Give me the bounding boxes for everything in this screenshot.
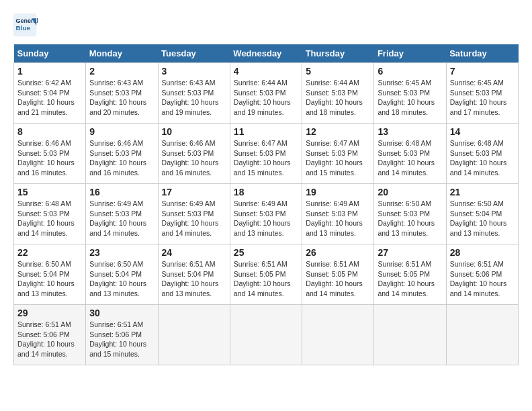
calendar-cell: 20Sunrise: 6:50 AMSunset: 5:03 PMDayligh…	[374, 184, 446, 244]
day-number: 24	[162, 247, 226, 258]
day-info: Sunrise: 6:51 AMSunset: 5:06 PMDaylight:…	[450, 259, 515, 299]
day-info: Sunrise: 6:45 AMSunset: 5:03 PMDaylight:…	[450, 78, 515, 118]
calendar-cell: 1Sunrise: 6:42 AMSunset: 5:04 PMDaylight…	[14, 63, 86, 124]
day-info: Sunrise: 6:47 AMSunset: 5:03 PMDaylight:…	[306, 138, 370, 178]
day-number: 17	[162, 187, 226, 197]
week-row-3: 15Sunrise: 6:48 AMSunset: 5:03 PMDayligh…	[14, 184, 519, 244]
calendar-cell: 26Sunrise: 6:51 AMSunset: 5:05 PMDayligh…	[302, 244, 374, 305]
day-number: 2	[89, 66, 154, 77]
day-number: 28	[450, 247, 515, 258]
col-header-sunday: Sunday	[14, 44, 86, 63]
calendar-cell	[302, 305, 374, 365]
day-number: 25	[234, 247, 298, 258]
day-number: 3	[162, 66, 226, 77]
day-info: Sunrise: 6:46 AMSunset: 5:03 PMDaylight:…	[162, 138, 226, 178]
day-number: 16	[89, 187, 154, 197]
svg-text:Blue: Blue	[16, 24, 31, 32]
day-number: 13	[378, 126, 442, 137]
day-info: Sunrise: 6:47 AMSunset: 5:03 PMDaylight:…	[234, 138, 298, 178]
calendar-cell: 23Sunrise: 6:50 AMSunset: 5:04 PMDayligh…	[86, 244, 158, 305]
week-row-4: 22Sunrise: 6:50 AMSunset: 5:04 PMDayligh…	[14, 244, 519, 305]
calendar-cell: 27Sunrise: 6:51 AMSunset: 5:05 PMDayligh…	[374, 244, 446, 305]
day-info: Sunrise: 6:50 AMSunset: 5:04 PMDaylight:…	[89, 259, 154, 299]
day-info: Sunrise: 6:49 AMSunset: 5:03 PMDaylight:…	[162, 199, 226, 238]
day-info: Sunrise: 6:51 AMSunset: 5:06 PMDaylight:…	[89, 320, 154, 359]
day-number: 27	[378, 247, 442, 258]
week-row-2: 8Sunrise: 6:46 AMSunset: 5:03 PMDaylight…	[14, 124, 519, 184]
day-number: 19	[306, 187, 370, 197]
col-header-tuesday: Tuesday	[158, 44, 230, 63]
day-info: Sunrise: 6:43 AMSunset: 5:03 PMDaylight:…	[89, 78, 154, 118]
day-info: Sunrise: 6:42 AMSunset: 5:04 PMDaylight:…	[17, 78, 82, 118]
calendar-cell: 5Sunrise: 6:44 AMSunset: 5:03 PMDaylight…	[302, 63, 374, 124]
header: General Blue	[13, 13, 519, 38]
day-number: 5	[306, 66, 370, 77]
day-info: Sunrise: 6:48 AMSunset: 5:03 PMDaylight:…	[17, 199, 82, 238]
col-header-wednesday: Wednesday	[230, 44, 302, 63]
day-info: Sunrise: 6:51 AMSunset: 5:05 PMDaylight:…	[306, 259, 370, 299]
calendar-cell: 14Sunrise: 6:48 AMSunset: 5:03 PMDayligh…	[446, 124, 518, 184]
week-row-5: 29Sunrise: 6:51 AMSunset: 5:06 PMDayligh…	[14, 305, 519, 365]
day-info: Sunrise: 6:45 AMSunset: 5:03 PMDaylight:…	[378, 78, 442, 118]
day-number: 6	[378, 66, 442, 77]
calendar-cell: 7Sunrise: 6:45 AMSunset: 5:03 PMDaylight…	[446, 63, 518, 124]
calendar-cell: 22Sunrise: 6:50 AMSunset: 5:04 PMDayligh…	[14, 244, 86, 305]
day-info: Sunrise: 6:50 AMSunset: 5:03 PMDaylight:…	[378, 199, 442, 238]
calendar-cell	[230, 305, 302, 365]
day-number: 15	[17, 187, 82, 197]
calendar-cell: 21Sunrise: 6:50 AMSunset: 5:04 PMDayligh…	[446, 184, 518, 244]
day-number: 29	[17, 308, 82, 318]
calendar-cell: 25Sunrise: 6:51 AMSunset: 5:05 PMDayligh…	[230, 244, 302, 305]
day-number: 11	[234, 126, 298, 137]
day-number: 26	[306, 247, 370, 258]
calendar-cell: 28Sunrise: 6:51 AMSunset: 5:06 PMDayligh…	[446, 244, 518, 305]
calendar-cell: 24Sunrise: 6:51 AMSunset: 5:04 PMDayligh…	[158, 244, 230, 305]
col-header-thursday: Thursday	[302, 44, 374, 63]
day-number: 7	[450, 66, 515, 77]
calendar-cell: 15Sunrise: 6:48 AMSunset: 5:03 PMDayligh…	[14, 184, 86, 244]
day-info: Sunrise: 6:46 AMSunset: 5:03 PMDaylight:…	[17, 138, 82, 178]
day-info: Sunrise: 6:44 AMSunset: 5:03 PMDaylight:…	[306, 78, 370, 118]
calendar-cell	[374, 305, 446, 365]
calendar-cell: 13Sunrise: 6:48 AMSunset: 5:03 PMDayligh…	[374, 124, 446, 184]
week-row-1: 1Sunrise: 6:42 AMSunset: 5:04 PMDaylight…	[14, 63, 519, 124]
day-info: Sunrise: 6:51 AMSunset: 5:05 PMDaylight:…	[234, 259, 298, 299]
day-number: 18	[234, 187, 298, 197]
col-header-saturday: Saturday	[446, 44, 518, 63]
calendar-cell: 4Sunrise: 6:44 AMSunset: 5:03 PMDaylight…	[230, 63, 302, 124]
day-number: 23	[89, 247, 154, 258]
calendar-cell: 10Sunrise: 6:46 AMSunset: 5:03 PMDayligh…	[158, 124, 230, 184]
day-info: Sunrise: 6:51 AMSunset: 5:05 PMDaylight:…	[378, 259, 442, 299]
calendar-cell: 12Sunrise: 6:47 AMSunset: 5:03 PMDayligh…	[302, 124, 374, 184]
day-info: Sunrise: 6:50 AMSunset: 5:04 PMDaylight:…	[17, 259, 82, 299]
day-number: 10	[162, 126, 226, 137]
day-info: Sunrise: 6:51 AMSunset: 5:06 PMDaylight:…	[17, 320, 82, 359]
day-number: 1	[17, 66, 82, 77]
day-number: 9	[89, 126, 154, 137]
calendar-cell	[446, 305, 518, 365]
day-info: Sunrise: 6:46 AMSunset: 5:03 PMDaylight:…	[89, 138, 154, 178]
day-info: Sunrise: 6:50 AMSunset: 5:04 PMDaylight:…	[450, 199, 515, 238]
calendar-cell: 18Sunrise: 6:49 AMSunset: 5:03 PMDayligh…	[230, 184, 302, 244]
day-number: 14	[450, 126, 515, 137]
calendar-cell: 9Sunrise: 6:46 AMSunset: 5:03 PMDaylight…	[86, 124, 158, 184]
calendar-cell: 17Sunrise: 6:49 AMSunset: 5:03 PMDayligh…	[158, 184, 230, 244]
calendar-cell: 11Sunrise: 6:47 AMSunset: 5:03 PMDayligh…	[230, 124, 302, 184]
day-number: 30	[89, 308, 154, 318]
day-number: 12	[306, 126, 370, 137]
col-header-monday: Monday	[86, 44, 158, 63]
day-info: Sunrise: 6:44 AMSunset: 5:03 PMDaylight:…	[234, 78, 298, 118]
day-number: 4	[234, 66, 298, 77]
day-info: Sunrise: 6:48 AMSunset: 5:03 PMDaylight:…	[450, 138, 515, 178]
calendar-cell: 30Sunrise: 6:51 AMSunset: 5:06 PMDayligh…	[86, 305, 158, 365]
day-info: Sunrise: 6:49 AMSunset: 5:03 PMDaylight:…	[234, 199, 298, 238]
calendar-table: SundayMondayTuesdayWednesdayThursdayFrid…	[13, 44, 519, 365]
day-info: Sunrise: 6:48 AMSunset: 5:03 PMDaylight:…	[378, 138, 442, 178]
calendar-cell: 2Sunrise: 6:43 AMSunset: 5:03 PMDaylight…	[86, 63, 158, 124]
day-info: Sunrise: 6:51 AMSunset: 5:04 PMDaylight:…	[162, 259, 226, 299]
day-info: Sunrise: 6:49 AMSunset: 5:03 PMDaylight:…	[89, 199, 154, 238]
calendar-cell	[158, 305, 230, 365]
day-info: Sunrise: 6:43 AMSunset: 5:03 PMDaylight:…	[162, 78, 226, 118]
calendar-cell: 16Sunrise: 6:49 AMSunset: 5:03 PMDayligh…	[86, 184, 158, 244]
day-number: 21	[450, 187, 515, 197]
